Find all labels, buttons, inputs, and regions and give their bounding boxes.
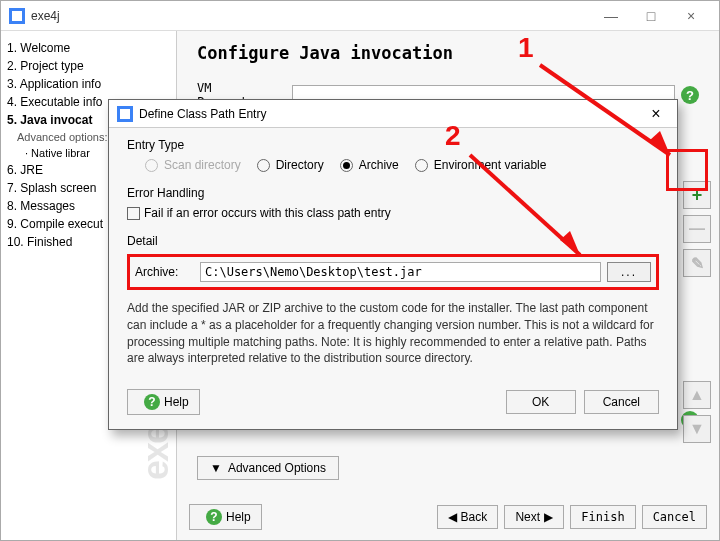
dialog-cancel-button[interactable]: Cancel	[584, 390, 659, 414]
help-icon[interactable]: ?	[681, 86, 699, 104]
page-title: Configure Java invocation	[197, 43, 699, 63]
right-icon: ▶	[544, 510, 553, 524]
dialog-help-label: Help	[164, 395, 189, 409]
archive-field-highlight: Archive: ...	[127, 254, 659, 290]
archive-field-label: Archive:	[135, 265, 200, 279]
define-classpath-dialog: Define Class Path Entry × Entry Type Sca…	[108, 99, 678, 430]
help-label: Help	[226, 510, 251, 524]
annotation-2: 2	[445, 120, 461, 152]
dialog-help-button[interactable]: ? Help	[127, 389, 200, 415]
dialog-title: Define Class Path Entry	[139, 107, 643, 121]
remove-classpath-button[interactable]: —	[683, 215, 711, 243]
fail-on-error-checkbox[interactable]	[127, 207, 140, 220]
edit-classpath-button[interactable]: ✎	[683, 249, 711, 277]
left-icon: ◀	[448, 510, 457, 524]
fail-on-error-label: Fail if an error occurs with this class …	[144, 206, 391, 220]
app-title: exe4j	[31, 9, 591, 23]
archive-radio[interactable]	[340, 159, 353, 172]
move-up-button[interactable]: ▲	[683, 381, 711, 409]
archive-path-input[interactable]	[200, 262, 601, 282]
error-handling-label: Error Handling	[127, 186, 659, 200]
app-icon	[9, 8, 25, 24]
advanced-options-button[interactable]: ▼ Advanced Options	[197, 456, 339, 480]
add-classpath-button[interactable]: +	[683, 181, 711, 209]
window-close-button[interactable]: ×	[671, 3, 711, 29]
archive-label: Archive	[359, 158, 399, 172]
finish-button[interactable]: Finish	[570, 505, 635, 529]
advanced-options-label: Advanced Options	[228, 461, 326, 475]
directory-radio[interactable]	[257, 159, 270, 172]
move-down-button[interactable]: ▼	[683, 415, 711, 443]
titlebar: exe4j — □ ×	[1, 1, 719, 31]
next-label: Next	[515, 510, 540, 524]
help-icon: ?	[144, 394, 160, 410]
directory-label: Directory	[276, 158, 324, 172]
ok-button[interactable]: OK	[506, 390, 576, 414]
env-var-label: Environment variable	[434, 158, 547, 172]
step-project-type[interactable]: 2. Project type	[7, 57, 170, 75]
cancel-button[interactable]: Cancel	[642, 505, 707, 529]
annotation-1: 1	[518, 32, 534, 64]
next-button[interactable]: Next▶	[504, 505, 564, 529]
help-icon: ?	[206, 509, 222, 525]
step-app-info[interactable]: 3. Application info	[7, 75, 170, 93]
triangle-down-icon: ▼	[210, 461, 222, 475]
entry-type-label: Entry Type	[127, 138, 659, 152]
back-button[interactable]: ◀Back	[437, 505, 499, 529]
window-minimize-button[interactable]: —	[591, 3, 631, 29]
help-button[interactable]: ? Help	[189, 504, 262, 530]
dialog-icon	[117, 106, 133, 122]
detail-description: Add the specified JAR or ZIP archive to …	[127, 300, 659, 367]
dialog-close-button[interactable]: ×	[643, 103, 669, 125]
back-label: Back	[461, 510, 488, 524]
step-welcome[interactable]: 1. Welcome	[7, 39, 170, 57]
browse-button[interactable]: ...	[607, 262, 651, 282]
window-maximize-button[interactable]: □	[631, 3, 671, 29]
detail-label: Detail	[127, 234, 659, 248]
scan-directory-radio[interactable]	[145, 159, 158, 172]
scan-directory-label: Scan directory	[164, 158, 241, 172]
env-var-radio[interactable]	[415, 159, 428, 172]
